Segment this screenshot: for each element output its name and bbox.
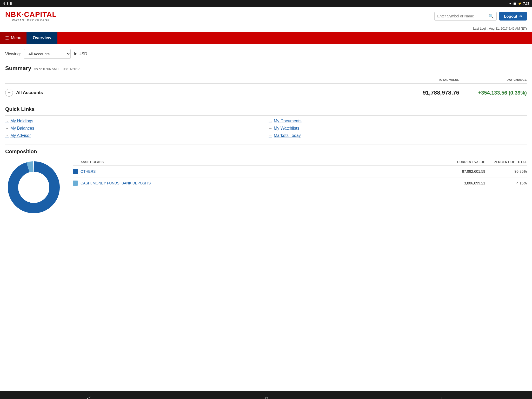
- others-link[interactable]: OTHERS: [81, 169, 444, 174]
- quick-links-bottom-divider: [5, 144, 527, 144]
- logo-capital: CAPITAL: [24, 10, 57, 18]
- viewing-select[interactable]: All Accounts: [24, 49, 71, 59]
- link-my-documents[interactable]: → My Documents: [269, 119, 527, 123]
- quick-links-grid: → My Holdings → My Documents → My Balanc…: [5, 119, 527, 138]
- home-icon: ○: [265, 395, 268, 399]
- back-icon: ◁: [87, 395, 91, 399]
- signal-icon: ▣: [513, 2, 516, 5]
- search-container[interactable]: 🔍: [434, 12, 497, 21]
- summary-header: Summary As of 10:06 AM ET 08/31/2017: [5, 65, 527, 72]
- arrow-icon-balances: →: [5, 126, 9, 130]
- search-icon: 🔍: [489, 14, 494, 19]
- bottom-nav: ◁ ○ □: [0, 391, 532, 399]
- logo-nbk: NBK: [5, 10, 22, 18]
- others-value: 87,982,601.59: [444, 169, 485, 174]
- home-button[interactable]: ○: [265, 395, 268, 399]
- currency-label: In USD: [74, 52, 87, 56]
- quick-links-section: Quick Links → My Holdings → My Documents…: [5, 106, 527, 144]
- account-total-value: 91,788,978.76: [402, 89, 459, 96]
- wifi-icon: ▼: [509, 2, 512, 5]
- link-holdings-label: My Holdings: [10, 119, 33, 123]
- donut-center: [18, 172, 49, 203]
- expand-button[interactable]: +: [5, 89, 13, 97]
- current-value-header: CURRENT VALUE: [444, 160, 485, 164]
- arrow-icon-markets: →: [269, 134, 272, 138]
- link-documents-label: My Documents: [274, 119, 302, 123]
- arrow-icon-holdings: →: [5, 119, 9, 123]
- accounts-divider: [5, 83, 527, 84]
- logo-sub: WATANI BROKERAGE: [5, 19, 57, 22]
- composition-title: Composition: [5, 149, 527, 155]
- cash-link[interactable]: CASH, MONEY FUNDS, BANK DEPOSITS: [81, 181, 444, 185]
- overview-tab[interactable]: Overview: [26, 32, 57, 44]
- menu-button[interactable]: ☰ Menu: [0, 32, 26, 44]
- accounts-header-row: TOTAL VALUE DAY CHANGE: [5, 77, 527, 82]
- back-button[interactable]: ◁: [87, 395, 91, 399]
- account-day-change: +354,133.56 (0.39%): [459, 90, 527, 96]
- battery-icon: ⚡: [518, 2, 522, 5]
- logo-area: NBK·CAPITAL WATANI BROKERAGE: [5, 10, 57, 22]
- asset-class-header: ASSET CLASS: [81, 160, 444, 164]
- composition-content: ASSET CLASS CURRENT VALUE PERCENT OF TOT…: [5, 159, 527, 216]
- accounts-bottom-divider: [5, 100, 527, 100]
- total-value-header: TOTAL VALUE: [402, 78, 459, 81]
- link-balances-label: My Balances: [10, 126, 34, 131]
- arrow-icon-documents: →: [269, 119, 272, 123]
- viewing-label: Viewing:: [5, 52, 21, 56]
- link-markets-label: Markets Today: [274, 133, 301, 138]
- cash-value: 3,806,899.21: [444, 181, 485, 185]
- accounts-table: TOTAL VALUE DAY CHANGE + All Accounts 91…: [5, 77, 527, 100]
- composition-table: ASSET CLASS CURRENT VALUE PERCENT OF TOT…: [73, 159, 527, 189]
- quick-links-title: Quick Links: [5, 106, 527, 112]
- link-my-advisor[interactable]: → My Advisor: [5, 133, 263, 138]
- summary-divider: [5, 74, 527, 74]
- link-markets-today[interactable]: → Markets Today: [269, 133, 527, 138]
- recent-icon: □: [442, 395, 445, 399]
- link-my-balances[interactable]: → My Balances: [5, 126, 263, 131]
- link-advisor-label: My Advisor: [10, 133, 31, 138]
- s-icon: S: [6, 2, 9, 5]
- status-bar-left: N S B: [3, 2, 12, 5]
- donut-svg: [5, 159, 62, 216]
- arrow-icon-watchlists: →: [269, 126, 272, 130]
- summary-title: Summary: [5, 65, 31, 72]
- logout-arrow-icon: ➜: [519, 14, 522, 18]
- cash-swatch: [73, 181, 78, 186]
- summary-section: Summary As of 10:06 AM ET 08/31/2017 TOT…: [5, 65, 527, 100]
- recent-button[interactable]: □: [442, 395, 445, 399]
- comp-table-header: ASSET CLASS CURRENT VALUE PERCENT OF TOT…: [73, 159, 527, 166]
- others-percent: 95.85%: [485, 169, 527, 174]
- search-input[interactable]: [437, 14, 489, 18]
- comp-row-cash: CASH, MONEY FUNDS, BANK DEPOSITS 3,806,8…: [73, 177, 527, 189]
- logout-label: Logout: [504, 14, 517, 18]
- link-my-holdings[interactable]: → My Holdings: [5, 119, 263, 123]
- cash-percent: 4.15%: [485, 181, 527, 185]
- b-icon: B: [10, 2, 12, 5]
- menu-label: Menu: [11, 36, 21, 40]
- n-icon: N: [3, 2, 5, 5]
- donut-chart: [5, 159, 62, 216]
- quick-links-divider: [5, 115, 527, 116]
- percent-header: PERCENT OF TOTAL: [485, 160, 527, 164]
- last-login: Last Login: Aug 31, 2017 9:45 AM (ET): [0, 25, 532, 32]
- header: NBK·CAPITAL WATANI BROKERAGE 🔍 Logout ➜: [0, 7, 532, 25]
- account-name: All Accounts: [16, 90, 402, 95]
- logout-button[interactable]: Logout ➜: [499, 12, 527, 21]
- link-watchlists-label: My Watchlists: [274, 126, 299, 131]
- comp-row-others: OTHERS 87,982,601.59 95.85%: [73, 166, 527, 177]
- link-my-watchlists[interactable]: → My Watchlists: [269, 126, 527, 131]
- status-bar: N S B ▼ ▣ ⚡ 7:37: [0, 0, 532, 7]
- day-change-header: DAY CHANGE: [459, 78, 527, 81]
- nav-bar: ☰ Menu Overview: [0, 32, 532, 44]
- arrow-icon-advisor: →: [5, 134, 9, 138]
- hamburger-icon: ☰: [5, 36, 9, 41]
- logo-text: NBK·CAPITAL: [5, 10, 57, 19]
- account-row: + All Accounts 91,788,978.76 +354,133.56…: [5, 87, 527, 99]
- others-swatch: [73, 169, 78, 174]
- clock: 7:37: [523, 2, 529, 5]
- summary-date: As of 10:06 AM ET 08/31/2017: [34, 67, 80, 71]
- status-bar-right: ▼ ▣ ⚡ 7:37: [509, 2, 529, 5]
- viewing-row: Viewing: All Accounts In USD: [5, 49, 527, 59]
- header-right: 🔍 Logout ➜: [434, 12, 527, 21]
- main-content: Viewing: All Accounts In USD Summary As …: [0, 44, 532, 391]
